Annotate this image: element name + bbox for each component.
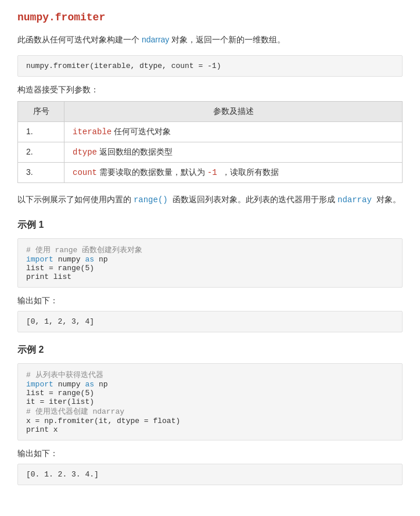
param3-name: count (73, 168, 97, 177)
signature-text: numpy.fromiter(iterable, dtype, count = … (26, 62, 221, 70)
col-seq: 序号 (18, 102, 64, 122)
example2-code: # 从列表中获得迭代器 import numpy as np list = ra… (17, 363, 403, 440)
output-label2: 输出如下： (17, 449, 403, 459)
intro-before: 以下示例展示了如何使用内置的 (17, 195, 131, 204)
code-line: # 使用 range 函数创建列表对象 (26, 245, 394, 255)
desc-highlight1: ndarray (142, 35, 171, 44)
col-params: 参数及描述 (64, 102, 403, 122)
param2-name: dtype (73, 148, 97, 157)
intro-highlight: ndarray (338, 195, 376, 205)
code-line: # 从列表中获得迭代器 (26, 370, 394, 380)
comment3: # 使用迭代器创建 ndarray (26, 407, 124, 416)
table-header-row: 序号 参数及描述 (18, 102, 403, 122)
param1-desc-text: 任何可迭代对象 (114, 127, 171, 136)
desc-text2: 对象，返回一个新的一维数组。 (171, 35, 285, 44)
table-row: 1. iterable 任何可迭代对象 (18, 122, 403, 142)
code-line: print x (26, 425, 394, 434)
row3-seq: 3. (18, 163, 64, 183)
code-line: # 使用迭代器创建 ndarray (26, 406, 394, 417)
intro-fn: range() (134, 195, 173, 205)
code-print: print x (26, 425, 58, 434)
row1-seq: 1. (18, 122, 64, 142)
output-label1: 输出如下： (17, 296, 403, 306)
param2-desc-text: 返回数组的数据类型 (99, 147, 173, 156)
code-text3: list = range(5) (26, 264, 94, 273)
row2-param: dtype 返回数组的数据类型 (64, 142, 403, 163)
comment2: # 从列表中获得迭代器 (26, 371, 103, 379)
example1-output: [0, 1, 2, 3, 4] (17, 311, 403, 332)
kw3: import (26, 380, 53, 389)
kw1: import (26, 255, 53, 264)
comment1: # 使用 range 函数创建列表对象 (26, 246, 142, 255)
example2-output: [0. 1. 2. 3. 4.] (17, 464, 403, 485)
page-title: numpy.fromiter (17, 12, 403, 23)
kw4: as (85, 380, 94, 389)
section-label: 构造器接受下列参数： (17, 85, 403, 95)
code-line: list = range(5) (26, 389, 394, 397)
table-row: 2. dtype 返回数组的数据类型 (18, 142, 403, 163)
description: 此函数从任何可迭代对象构建一个 ndarray 对象，返回一个新的一维数组。 (17, 33, 403, 47)
table-row: 3. count 需要读取的数据数量，默认为 -1 ，读取所有数据 (18, 163, 403, 183)
param1-name: iterable (73, 127, 112, 137)
param3-num: -1 (207, 168, 222, 177)
param3-desc: 需要读取的数据数量，默认为 (99, 167, 205, 177)
example1-code: # 使用 range 函数创建列表对象 import numpy as np l… (17, 238, 403, 288)
example2-title: 示例 2 (17, 344, 403, 356)
code-iter: it = iter(list) (26, 397, 94, 406)
param3-desc2: ，读取所有数据 (222, 167, 279, 177)
code-line: list = range(5) (26, 264, 394, 273)
code-line: it = iter(list) (26, 397, 394, 406)
code-text: numpy (58, 255, 81, 264)
code-fromiter: x = np.fromiter(it, dtype = float) (26, 417, 180, 425)
params-table: 序号 参数及描述 1. iterable 任何可迭代对象 2. dtype 返回… (17, 101, 403, 183)
code-line: x = np.fromiter(it, dtype = float) (26, 417, 394, 425)
code-line: import numpy as np (26, 255, 394, 264)
code-list: list = range(5) (26, 389, 94, 397)
code-np: numpy (58, 380, 81, 389)
example1-title: 示例 1 (17, 219, 403, 231)
row3-param: count 需要读取的数据数量，默认为 -1 ，读取所有数据 (64, 163, 403, 183)
kw2: as (85, 255, 94, 264)
desc-text1: 此函数从任何可迭代对象构建一个 (17, 35, 139, 44)
function-signature: numpy.fromiter(iterable, dtype, count = … (17, 55, 403, 77)
row1-param: iterable 任何可迭代对象 (64, 122, 403, 142)
intro-after: 函数返回列表对象。此列表的迭代器用于形成 (173, 195, 335, 204)
code-line: print list (26, 273, 394, 281)
code-text4: print list (26, 273, 71, 281)
row2-seq: 2. (18, 142, 64, 163)
code-text2: np (99, 255, 108, 264)
code-np2: np (99, 380, 108, 389)
intro-end: 对象。 (376, 195, 401, 204)
code-line: import numpy as np (26, 380, 394, 389)
intro-text: 以下示例展示了如何使用内置的 range() 函数返回列表对象。此列表的迭代器用… (17, 192, 403, 207)
